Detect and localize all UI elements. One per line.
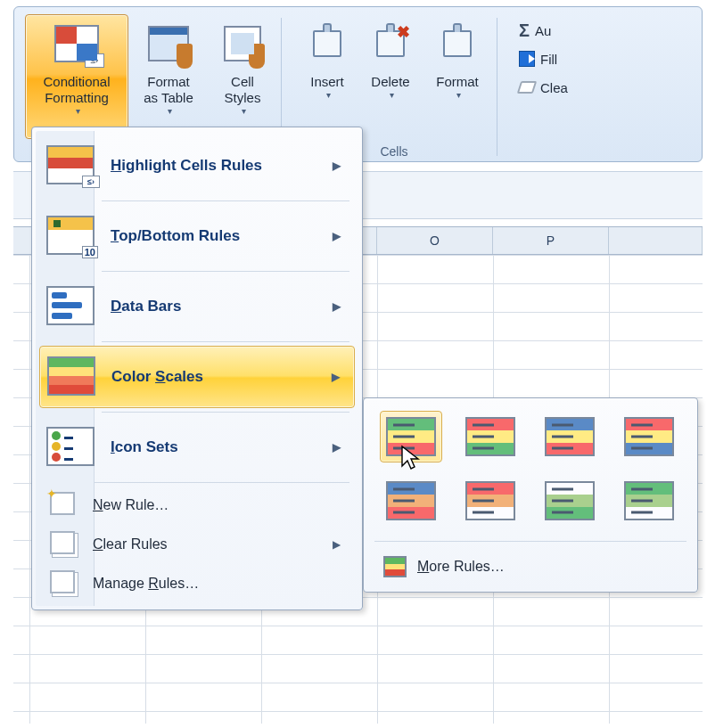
data-bars-icon [46, 286, 95, 327]
menu-item-manage-rules[interactable]: Manage Rules… [39, 565, 355, 602]
color-scale-preset-green-white[interactable] [618, 475, 680, 527]
delete-button[interactable]: Delete▾ [358, 14, 423, 139]
column-header-o[interactable]: O [377, 227, 493, 254]
menu-item-clear-rules[interactable]: Clear Rules ▶ [39, 526, 355, 563]
submenu-arrow-icon: ▶ [332, 371, 340, 383]
delete-label: Delete [371, 74, 409, 90]
color-scale-swatch-icon [386, 417, 436, 456]
fill-button[interactable]: Fill [515, 46, 571, 71]
color-scale-swatch-icon [624, 417, 674, 456]
menu-label: Icon Sets [111, 438, 178, 456]
column-header-p[interactable]: P [493, 227, 609, 254]
menu-separator [102, 271, 349, 272]
menu-separator [102, 412, 349, 413]
cell-styles-button[interactable]: Cell Styles ▾ [209, 14, 276, 139]
gallery-more-rules[interactable]: More Rules… [371, 547, 690, 586]
color-scales-icon [47, 356, 95, 397]
eraser-icon [517, 81, 538, 94]
insert-label: Insert [310, 74, 344, 90]
submenu-arrow-icon: ▶ [333, 538, 341, 551]
conditional-formatting-label: Conditional Formatting [43, 74, 110, 106]
insert-cells-icon [302, 19, 352, 69]
clear-rules-icon [50, 531, 78, 558]
submenu-arrow-icon: ▶ [333, 230, 341, 242]
menu-item-highlight-cells-rules[interactable]: ≤› Highlight Cells Rules ▶ [39, 135, 355, 197]
more-rules-label: More Rules… [417, 559, 505, 575]
color-scale-preset-green-yellow-red[interactable] [380, 411, 442, 462]
menu-item-data-bars[interactable]: Data Bars ▶ [39, 275, 355, 338]
menu-label: Highlight Cells Rules [111, 157, 262, 175]
gallery-grid [371, 407, 690, 536]
submenu-arrow-icon: ▶ [333, 441, 341, 454]
color-scale-preset-red-yellow-green[interactable] [459, 411, 522, 462]
delete-cells-icon [366, 19, 415, 69]
autosum-label: Au [535, 23, 551, 38]
menu-item-new-rule[interactable]: New Rule… [39, 487, 355, 524]
format-as-table-label: Format as Table [144, 74, 193, 106]
format-as-table-button[interactable]: Format as Table ▾ [128, 14, 209, 139]
menu-label: Top/Bottom Rules [111, 227, 240, 245]
format-button[interactable]: Format▾ [423, 14, 492, 139]
conditional-formatting-button[interactable]: ≤› Conditional Formatting ▾ [25, 14, 128, 139]
menu-label: Manage Rules… [93, 576, 199, 592]
menu-separator [102, 200, 349, 201]
color-scale-preset-red-orange-white[interactable] [459, 475, 522, 527]
menu-separator [102, 341, 349, 342]
color-scales-gallery: More Rules… [363, 397, 698, 593]
sigma-icon: Σ [519, 20, 530, 41]
ribbon-group-editing: Σ Au Fill Clea [506, 12, 579, 161]
color-scale-preset-red-yellow-blue[interactable] [618, 411, 680, 462]
color-scale-preset-blue-white-red[interactable] [380, 475, 442, 527]
cell-styles-label: Cell Styles [225, 74, 261, 106]
conditional-formatting-menu: ≤› Highlight Cells Rules ▶ 10 Top/Bottom… [31, 127, 363, 610]
menu-label: New Rule… [93, 497, 169, 513]
color-scale-swatch-icon [545, 481, 595, 520]
column-header-next[interactable] [609, 227, 703, 254]
gallery-separator [374, 541, 686, 542]
icon-sets-icon: ▬ ▬ ▬ [46, 427, 95, 468]
autosum-button[interactable]: Σ Au [515, 18, 571, 43]
cell-styles-icon [218, 19, 267, 69]
color-scale-swatch-icon [465, 481, 515, 520]
top-bottom-icon: 10 [46, 216, 95, 257]
conditional-formatting-icon: ≤› [52, 19, 102, 69]
new-rule-icon [50, 492, 78, 519]
format-cells-icon [432, 19, 482, 69]
submenu-arrow-icon: ▶ [333, 160, 341, 172]
manage-rules-icon [50, 570, 78, 597]
fill-label: Fill [540, 52, 557, 67]
submenu-arrow-icon: ▶ [333, 300, 341, 313]
clear-button[interactable]: Clea [515, 75, 571, 100]
highlight-cells-icon: ≤› [46, 145, 95, 186]
insert-button[interactable]: Insert▾ [296, 14, 358, 139]
menu-label: Data Bars [111, 298, 181, 315]
fill-down-icon [519, 51, 535, 67]
menu-item-color-scales[interactable]: Color Scales ▶ [39, 346, 355, 408]
format-label: Format [436, 74, 479, 90]
clear-label: Clea [540, 80, 568, 95]
color-scale-swatch-icon [386, 481, 436, 520]
format-as-table-icon [144, 19, 193, 69]
menu-label: Color Scales [111, 368, 203, 386]
menu-item-icon-sets[interactable]: ▬ ▬ ▬ Icon Sets ▶ [39, 416, 355, 479]
color-scale-swatch-icon [465, 417, 515, 456]
color-scale-preset-blue-yellow-red[interactable] [538, 411, 601, 462]
color-scale-swatch-icon [624, 481, 674, 520]
menu-item-top-bottom-rules[interactable]: 10 Top/Bottom Rules ▶ [39, 205, 355, 267]
color-scale-swatch-icon [545, 417, 595, 456]
color-scale-preset-white-green[interactable] [538, 475, 601, 527]
menu-label: Clear Rules [93, 536, 168, 552]
